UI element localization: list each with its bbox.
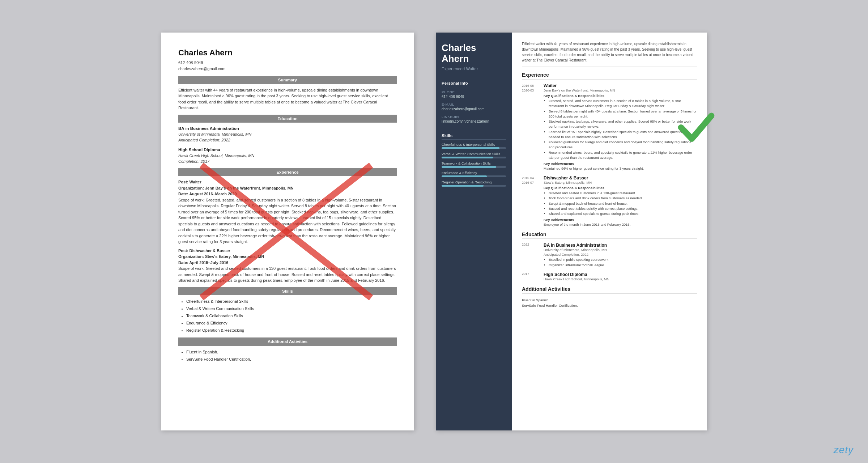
good-skills-header: Skills (442, 133, 506, 140)
good-resume: Charles Ahern Experienced Waiter Persona… (436, 33, 707, 430)
good-resume-wrapper: Charles Ahern Experienced Waiter Persona… (436, 33, 707, 430)
list-item: Recommended wines, beers, and specialty … (549, 150, 697, 161)
good-exp1-date: 2016-08 - 2020-03 (522, 83, 544, 170)
bad-summary-text: Efficient waiter with 4+ years of restau… (178, 87, 397, 111)
bad-skills-header: Skills (178, 287, 397, 296)
good-exp1-achievement: Maintained 96% or higher guest service r… (544, 166, 697, 170)
good-exp2-date: 2015-04 - 2016-07 (522, 175, 544, 226)
email-label: E-mail (442, 102, 506, 106)
good-exp2-bullets: Greeted and seated customers in a 130-gu… (544, 191, 697, 216)
list-item: Register Operation & Restocking (186, 327, 397, 334)
bad-edu1: BA in Business Administration University… (178, 126, 397, 143)
good-edu1-completion: Anticipated Completion: 2022 (544, 252, 697, 256)
list-item: Fluent in Spanish. (186, 349, 397, 356)
good-exp2-org: Stew's Eatery, Minneapolis, MN (544, 180, 697, 184)
good-edu2-degree: High School Diploma (544, 272, 697, 277)
bad-exp2-org: Organization: Stew's Eatery, Minneapolis… (178, 254, 264, 259)
bad-exp1-org: Organization: Jenn Bay's on the Waterfro… (178, 186, 294, 190)
bad-email: charleszahern@gmail.com (178, 67, 225, 71)
good-edu1-content: BA in Business Administration University… (544, 243, 697, 268)
bad-exp2-date: Date: April 2015–July 2016 (178, 260, 228, 265)
good-summary: Efficient waiter with 4+ years of restau… (522, 41, 697, 67)
good-edu1-bullets: Excelled in public speaking coursework. … (544, 257, 697, 268)
good-additional-header: Additional Activities (522, 286, 697, 294)
good-main: Efficient waiter with 4+ years of restau… (512, 33, 707, 430)
list-item: Greeted, seated, and served customers in… (549, 98, 697, 109)
list-item: Organizer, intramural football league. (549, 263, 697, 268)
bad-exp2: Post: Dishwasher & Busser Organization: … (178, 248, 397, 284)
list-item: ServSafe Food Handler Certification. (186, 356, 397, 363)
bad-name: Charles Ahern (178, 47, 397, 59)
good-edu2-year: 2017 (522, 272, 544, 282)
zety-brand: zety (834, 444, 854, 456)
good-additional-text1: Fluent in Spanish. (522, 297, 697, 303)
good-edu2-content: High School Diploma Hawk Creek High Scho… (544, 272, 697, 282)
bad-exp1-scope: Scope of work: Greeted, seated, and serv… (178, 198, 396, 244)
list-item: Teamwork & Collaboration Skills (186, 313, 397, 320)
skill-4: Endurance & Efficiency (442, 171, 506, 177)
list-item: Excelled in public speaking coursework. (549, 257, 697, 262)
skill-2: Verbal & Written Communication Skills (442, 152, 506, 158)
good-exp2-title: Dishwasher & Busser (544, 175, 697, 180)
good-edu2: 2017 High School Diploma Hawk Creek High… (522, 272, 697, 282)
good-exp1-bullets: Greeted, seated, and served customers in… (544, 98, 697, 160)
bad-edu1-degree: BA in Business Administration (178, 126, 397, 132)
good-education-header: Education (522, 232, 697, 239)
good-exp1-title: Waiter (544, 83, 697, 88)
phone-label: Phone (442, 90, 506, 94)
bad-edu2-completion: Completion: 2017 (178, 159, 397, 165)
good-edu1-school: University of Minnesota, Minneapolis, MN (544, 248, 697, 252)
bad-edu1-school: University of Minnesota, Minneapolis, MN (178, 132, 397, 137)
good-edu1: 2022 BA in Business Administration Unive… (522, 243, 697, 268)
good-edu1-degree: BA in Business Administration (544, 243, 697, 248)
bad-additional-header: Additional Activities (178, 337, 397, 346)
good-edu1-year: 2022 (522, 243, 544, 268)
list-item: Served 8 tables per night with 40+ guest… (549, 109, 697, 119)
bad-additional-list: Fluent in Spanish. ServSafe Food Handler… (178, 349, 397, 363)
linkedin-label: LinkedIn (442, 115, 506, 119)
bad-contact: 612-408-9049 charleszahern@gmail.com (178, 60, 397, 72)
good-exp2-ka: Key Achievements (544, 218, 697, 222)
bad-phone: 612-408-9049 (178, 60, 203, 65)
list-item: Learned list of 15+ specials nightly. De… (549, 129, 697, 140)
skill-3: Teamwork & Collaboration Skills (442, 161, 506, 168)
good-experience-header: Experience (522, 72, 697, 80)
bad-exp1-post: Post: Waiter (178, 180, 201, 184)
good-linkedin: linkedin.com/in/charleszahern (442, 119, 506, 124)
bad-education-header: Education (178, 115, 397, 123)
good-exp1: 2016-08 - 2020-03 Waiter Jenn Bay's on t… (522, 83, 697, 170)
good-exp2: 2015-04 - 2016-07 Dishwasher & Busser St… (522, 175, 697, 226)
bad-skills-list: Cheerfulness & Interpersonal Skills Verb… (178, 298, 397, 334)
list-item: Followed guidelines for allergy and diet… (549, 140, 697, 150)
bad-edu2: High School Diploma Hawk Creek High Scho… (178, 147, 397, 165)
good-exp2-kq: Key Qualifications & Responsibilities (544, 186, 697, 190)
bad-exp2-post: Post: Dishwasher & Busser (178, 249, 230, 253)
list-item: Bussed and reset tables quickly with cor… (549, 206, 697, 211)
good-email: charleszahern@gmail.com (442, 107, 506, 112)
list-item: Endurance & Efficiency (186, 320, 397, 327)
list-item: Greeted and seated customers in a 130-gu… (549, 191, 697, 196)
bad-resume: Charles Ahern 612-408-9049 charleszahern… (161, 33, 414, 430)
good-name: Charles Ahern (442, 43, 506, 64)
good-exp1-ka: Key Achievements (544, 162, 697, 166)
good-skills-section: Skills Cheerfulness & Interpersonal Skil… (436, 129, 512, 192)
bad-edu1-completion: Anticipated Completion: 2022 (178, 137, 397, 143)
bad-exp2-scope: Scope of work: Greeted and seated custom… (178, 266, 396, 283)
good-exp2-achievement: Employee of the month in June 2015 and F… (544, 222, 697, 226)
list-item: Took food orders and drink orders from c… (549, 196, 697, 201)
good-exp1-kq: Key Qualifications & Responsibilities (544, 94, 697, 98)
good-phone: 612-408-9049 (442, 94, 506, 99)
bad-edu2-school: Hawk Creek High School, Minneapolis, MN (178, 153, 397, 159)
good-personal-info-header: Personal Info (442, 81, 506, 87)
good-sidebar: Charles Ahern Experienced Waiter Persona… (436, 33, 512, 430)
good-edu2-school: Hawk Creek High School, Minneapolis, MN (544, 277, 697, 281)
good-additional-text2: ServSafe Food Handler Certification. (522, 303, 697, 308)
list-item: Shared and explained specials to guests … (549, 211, 697, 216)
list-item: Stocked napkins, tea bags, silverware, a… (549, 119, 697, 129)
good-exp2-content: Dishwasher & Busser Stew's Eatery, Minne… (544, 175, 697, 226)
good-sidebar-header: Charles Ahern Experienced Waiter (436, 33, 512, 77)
good-exp1-org: Jenn Bay's on the Waterfront, Minneapoli… (544, 88, 697, 92)
bad-resume-wrapper: Charles Ahern 612-408-9049 charleszahern… (161, 33, 414, 430)
list-item: Verbal & Written Communication Skills (186, 305, 397, 313)
list-item: Swept & mopped back-of-house and front-o… (549, 201, 697, 206)
